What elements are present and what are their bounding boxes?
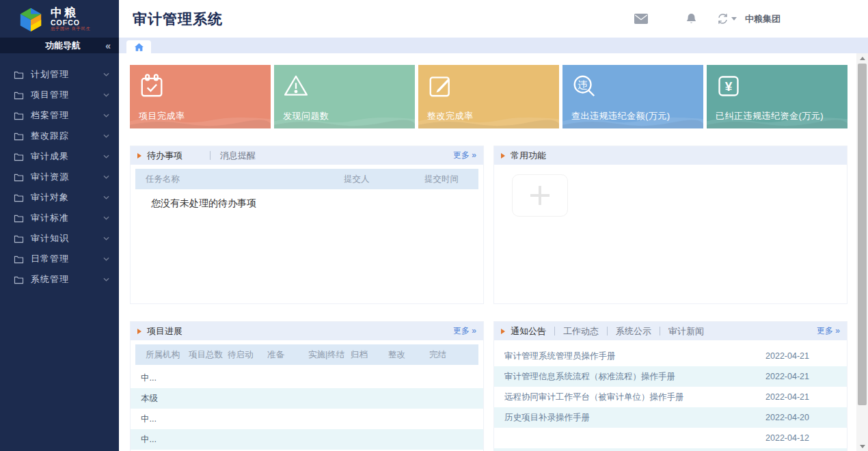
panel-bullet-icon	[501, 329, 505, 334]
quick-panel-title: 常用功能	[511, 150, 546, 162]
todo-more-link[interactable]: 更多 »	[453, 150, 476, 161]
edit-square-icon	[427, 73, 453, 101]
table-row[interactable]: 中...	[131, 409, 483, 429]
column-finish: 完结	[429, 349, 478, 361]
add-quick-function-button[interactable]	[512, 174, 568, 217]
tab-home[interactable]	[126, 40, 151, 53]
card-label: 项目完成率	[139, 110, 185, 122]
column-archive: 归档	[351, 349, 388, 361]
mail-icon[interactable]	[634, 14, 648, 24]
folder-icon	[14, 173, 24, 182]
sidebar: 中粮 COFCO 忠于国计 良于民生 功能导航 « 计划管理 项目管理	[0, 0, 119, 451]
sidebar-collapse-button[interactable]: «	[105, 40, 111, 51]
folder-icon	[14, 193, 24, 202]
refresh-icon[interactable]	[717, 13, 729, 25]
yen-square-icon: ¥	[716, 73, 742, 101]
table-row[interactable]: 本级	[131, 388, 483, 409]
svg-text:¥: ¥	[725, 79, 733, 94]
table-row[interactable]: 中...	[131, 429, 483, 450]
card-found-issues[interactable]: 发现问题数	[274, 65, 415, 128]
sidebar-item-archive-mgmt[interactable]: 档案管理	[0, 105, 119, 126]
tab-audit-news[interactable]: 审计新闻	[668, 325, 704, 338]
home-icon	[135, 43, 144, 51]
card-corrected-funds[interactable]: ¥ 已纠正违规违纪资金(万元)	[707, 65, 847, 128]
list-item[interactable]: 审计管理信息系统流程（标准流程）操作手册2022-04-21	[494, 366, 847, 387]
card-rectify-completion[interactable]: 整改完成率	[418, 65, 559, 128]
calendar-check-icon	[139, 73, 165, 101]
page-title: 审计管理系统	[133, 10, 223, 29]
card-label: 已纠正违规违纪资金(万元)	[716, 110, 824, 122]
folder-icon	[14, 275, 24, 284]
column-implement-end: 实施|终结	[308, 349, 351, 361]
sidebar-item-audit-objects[interactable]: 审计对象	[0, 187, 119, 208]
list-item[interactable]: 2022-04-12	[494, 448, 847, 451]
column-total-projects: 项目总数	[189, 349, 228, 361]
quick-panel-header: 常用功能	[494, 146, 847, 165]
scroll-down-arrow-icon[interactable]	[856, 441, 868, 451]
stat-cards: 项目完成率 发现问题数 整改完成率	[130, 65, 847, 128]
list-item[interactable]: 历史项目补录操作手册2022-04-20	[494, 407, 847, 428]
folder-icon	[14, 255, 24, 264]
todo-empty-message: 您没有未处理的待办事项	[131, 189, 483, 210]
card-label: 查出违规违纪金额(万元)	[571, 110, 670, 122]
folder-icon	[14, 70, 24, 79]
sidebar-item-system-mgmt[interactable]: 系统管理	[0, 269, 119, 290]
tab-work-dynamics[interactable]: 工作动态	[563, 325, 599, 338]
tab-notices[interactable]: 通知公告	[511, 325, 546, 338]
todo-panel-header: 待办事项 消息提醒 更多 »	[131, 146, 483, 165]
current-org-label[interactable]: 中粮集团	[745, 13, 781, 25]
tab-todo-items[interactable]: 待办事项	[147, 150, 182, 162]
card-label: 整改完成率	[427, 110, 474, 122]
warning-triangle-icon	[283, 73, 309, 101]
tab-system-publicity[interactable]: 系统公示	[616, 325, 651, 338]
notices-more-link[interactable]: 更多 »	[817, 325, 840, 337]
panel-bullet-icon	[137, 153, 141, 159]
table-row[interactable]: 中...	[131, 368, 483, 388]
brand-name-cn: 中粮	[51, 7, 91, 19]
bell-icon[interactable]	[686, 13, 696, 25]
sidebar-nav-band: 功能导航 «	[0, 38, 119, 53]
sidebar-item-audit-resources[interactable]: 审计资源	[0, 167, 119, 187]
chevron-down-icon	[103, 277, 109, 282]
brand-logo: 中粮 COFCO 忠于国计 良于民生	[0, 0, 119, 38]
sidebar-item-audit-knowledge[interactable]: 审计知识	[0, 228, 119, 249]
svg-text:违: 违	[578, 79, 588, 90]
chevron-down-icon	[103, 195, 109, 200]
todo-panel: 待办事项 消息提醒 更多 » 任务名称 提交人 提交时间 您没有未处理的待办事项	[130, 146, 484, 304]
column-task-name: 任务名称	[146, 174, 344, 185]
sidebar-item-audit-standards[interactable]: 审计标准	[0, 208, 119, 228]
chevron-down-icon	[103, 236, 109, 241]
list-item[interactable]: 2022-04-12	[494, 428, 847, 448]
sidebar-item-project-mgmt[interactable]: 项目管理	[0, 85, 119, 105]
sidebar-item-plan-mgmt[interactable]: 计划管理	[0, 64, 119, 85]
panel-bullet-icon	[501, 153, 505, 159]
folder-icon	[14, 214, 24, 223]
sidebar-item-audit-results[interactable]: 审计成果	[0, 146, 119, 167]
folder-icon	[14, 152, 24, 161]
tab-divider	[210, 151, 211, 160]
notices-panel-header: 通知公告 工作动态 系统公示 审计新闻 更多 »	[494, 322, 847, 340]
scroll-up-arrow-icon[interactable]	[856, 53, 868, 63]
todo-table-header: 任务名称 提交人 提交时间	[135, 169, 478, 189]
chevron-down-icon	[103, 175, 109, 179]
vertical-scrollbar[interactable]	[856, 53, 868, 451]
list-item[interactable]: 远程协同审计工作平台（被审计单位）操作手册2022-04-21	[494, 387, 847, 407]
caret-down-icon[interactable]	[731, 17, 737, 20]
card-violation-amount[interactable]: 违 查出违规违纪金额(万元)	[562, 65, 703, 128]
chevron-down-icon	[103, 257, 109, 261]
progress-panel-title: 项目进展	[147, 325, 182, 338]
list-item[interactable]: 审计管理系统管理员操作手册2022-04-21	[494, 346, 847, 366]
card-project-completion[interactable]: 项目完成率	[130, 65, 271, 128]
sidebar-item-daily-mgmt[interactable]: 日常管理	[0, 249, 119, 269]
scrollbar-thumb[interactable]	[858, 64, 867, 405]
tab-divider	[660, 327, 660, 336]
folder-icon	[14, 91, 24, 100]
progress-more-link[interactable]: 更多 »	[453, 325, 476, 337]
column-submitter: 提交人	[344, 174, 424, 185]
folder-icon	[14, 234, 24, 243]
chevron-down-icon	[103, 154, 109, 159]
chevron-down-icon	[103, 216, 109, 220]
column-rectify: 整改	[388, 349, 429, 361]
sidebar-item-rectify-tracking[interactable]: 整改跟踪	[0, 126, 119, 146]
tab-message-reminders[interactable]: 消息提醒	[220, 150, 256, 162]
